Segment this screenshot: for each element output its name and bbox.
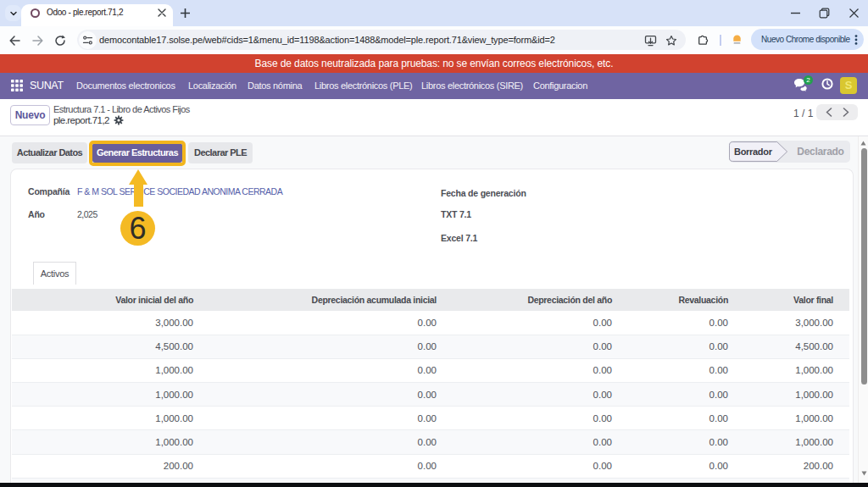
svg-text:Borrador: Borrador xyxy=(734,147,773,157)
